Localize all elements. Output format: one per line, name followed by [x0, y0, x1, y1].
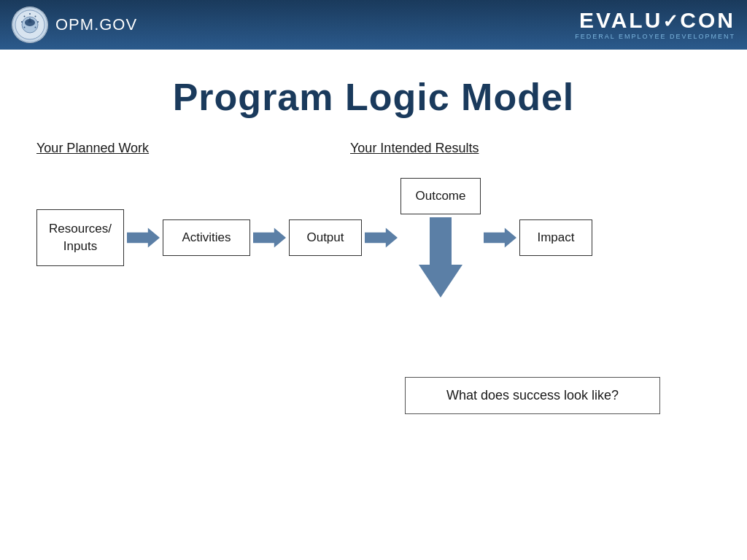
planned-work-label: Your Planned Work	[36, 141, 350, 156]
opm-text: OPM	[55, 15, 94, 34]
page-title: Program Logic Model	[22, 75, 725, 119]
svg-point-13	[24, 16, 26, 18]
success-box: What does success look like?	[405, 377, 660, 414]
intended-results-label: Your Intended Results	[350, 141, 479, 156]
arrow-1-icon	[127, 225, 160, 251]
evalucon-check-icon: ✓	[662, 10, 680, 32]
svg-marker-17	[419, 217, 462, 298]
impact-box: Impact	[519, 219, 592, 256]
evalucon-subtitle: FEDERAL EMPLOYEE DEVELOPMENT	[575, 33, 735, 40]
outcome-box: Outcome	[400, 178, 481, 214]
opm-seal-icon	[12, 7, 48, 43]
svg-point-11	[24, 27, 26, 28]
svg-point-9	[37, 21, 39, 23]
arrow-4-icon	[484, 225, 516, 251]
svg-point-10	[35, 27, 36, 28]
down-arrow-icon	[411, 217, 470, 298]
evalucon-con-text: CON	[680, 8, 735, 32]
opm-gov-suffix: .GOV	[94, 15, 137, 34]
section-labels: Your Planned Work Your Intended Results	[22, 141, 725, 156]
evalucon-name: EVALU✓CON	[579, 9, 735, 31]
svg-marker-15	[253, 228, 286, 248]
arrow-3-icon	[365, 225, 398, 251]
svg-point-7	[29, 13, 31, 15]
header-left: OPM.GOV	[12, 7, 137, 43]
svg-marker-16	[365, 228, 398, 248]
success-box-container: What does success look like?	[405, 377, 660, 414]
opm-gov-text: OPM.GOV	[55, 15, 137, 34]
resources-box: Resources/ Inputs	[36, 209, 124, 266]
svg-point-8	[35, 16, 36, 18]
evalucon-logo: EVALU✓CON FEDERAL EMPLOYEE DEVELOPMENT	[575, 9, 735, 40]
output-box: Output	[289, 219, 362, 256]
header: OPM.GOV EVALU✓CON FEDERAL EMPLOYEE DEVEL…	[0, 0, 747, 50]
evalucon-name-text: EVALU	[579, 8, 662, 32]
flow-diagram: Resources/ Inputs Activities Output Outc…	[22, 178, 725, 298]
outcome-area: Outcome	[400, 178, 481, 298]
arrow-2-icon	[253, 225, 286, 251]
svg-marker-14	[127, 228, 160, 248]
activities-box: Activities	[163, 219, 250, 256]
svg-point-12	[21, 21, 23, 23]
svg-marker-18	[484, 228, 516, 248]
main-content: Program Logic Model Your Planned Work Yo…	[0, 50, 747, 312]
